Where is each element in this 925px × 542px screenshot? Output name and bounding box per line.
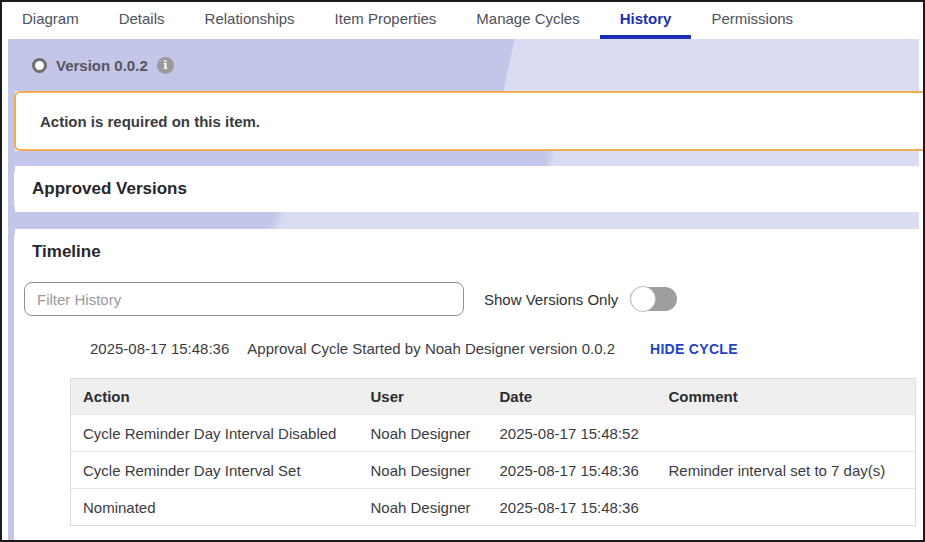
cell-date: 2025-08-17 15:48:52 bbox=[488, 415, 657, 452]
table-row: Cycle Reminder Day Interval Disabled Noa… bbox=[71, 415, 916, 452]
cell-action: Cycle Reminder Day Interval Disabled bbox=[71, 415, 359, 452]
info-icon[interactable]: i bbox=[157, 57, 174, 74]
cell-user: Noah Designer bbox=[359, 452, 488, 489]
cell-action: Cycle Reminder Day Interval Set bbox=[71, 452, 359, 489]
alert-message: Action is required on this item. bbox=[40, 113, 260, 130]
tab-manage-cycles[interactable]: Manage Cycles bbox=[456, 2, 599, 39]
table-header-row: Action User Date Comment bbox=[71, 379, 916, 415]
background-band bbox=[8, 212, 919, 229]
tab-bar: Diagram Details Relationships Item Prope… bbox=[2, 2, 923, 39]
background-swoosh bbox=[502, 39, 919, 91]
toggle-knob-icon bbox=[630, 286, 656, 312]
tab-permissions[interactable]: Permissions bbox=[691, 2, 813, 39]
cell-action: Nominated bbox=[71, 489, 359, 526]
hide-cycle-link[interactable]: HIDE CYCLE bbox=[650, 341, 738, 357]
tab-relationships[interactable]: Relationships bbox=[185, 2, 315, 39]
version-bar: Version 0.0.2 i bbox=[8, 39, 919, 91]
background-band bbox=[8, 151, 919, 166]
timeline-filter-row: Show Versions Only bbox=[24, 282, 923, 316]
version-label: Version 0.0.2 bbox=[56, 57, 148, 74]
cell-comment bbox=[657, 489, 916, 526]
app-window: Diagram Details Relationships Item Prope… bbox=[0, 0, 925, 542]
tab-history[interactable]: History bbox=[600, 2, 692, 39]
timeline-section: Timeline Show Versions Only 2025-08-17 1… bbox=[14, 229, 923, 540]
cell-user: Noah Designer bbox=[359, 489, 488, 526]
action-required-alert: Action is required on this item. bbox=[14, 91, 923, 151]
table-row: Cycle Reminder Day Interval Set Noah Des… bbox=[71, 452, 916, 489]
cycle-entry-description: Approval Cycle Started by Noah Designer … bbox=[247, 340, 615, 357]
filter-history-input[interactable] bbox=[24, 282, 464, 316]
approved-versions-title: Approved Versions bbox=[32, 179, 187, 199]
history-table: Action User Date Comment Cycle Reminder … bbox=[70, 378, 916, 526]
column-header-comment: Comment bbox=[657, 379, 916, 415]
cycle-entry-row: 2025-08-17 15:48:36 Approval Cycle Start… bbox=[90, 340, 923, 357]
cell-date: 2025-08-17 15:48:36 bbox=[488, 489, 657, 526]
tab-details[interactable]: Details bbox=[99, 2, 185, 39]
cell-user: Noah Designer bbox=[359, 415, 488, 452]
column-header-action: Action bbox=[71, 379, 359, 415]
cell-comment bbox=[657, 415, 916, 452]
column-header-date: Date bbox=[488, 379, 657, 415]
tab-item-properties[interactable]: Item Properties bbox=[315, 2, 457, 39]
show-versions-only-toggle[interactable] bbox=[630, 287, 677, 311]
tab-diagram[interactable]: Diagram bbox=[2, 2, 99, 39]
table-row: Nominated Noah Designer 2025-08-17 15:48… bbox=[71, 489, 916, 526]
cell-comment: Reminder interval set to 7 day(s) bbox=[657, 452, 916, 489]
history-panel: Version 0.0.2 i Action is required on th… bbox=[2, 39, 923, 540]
timeline-title: Timeline bbox=[32, 242, 923, 262]
column-header-user: User bbox=[359, 379, 488, 415]
cell-date: 2025-08-17 15:48:36 bbox=[488, 452, 657, 489]
version-radio[interactable] bbox=[32, 58, 47, 73]
show-versions-only-label: Show Versions Only bbox=[484, 291, 618, 308]
cycle-entry-timestamp: 2025-08-17 15:48:36 bbox=[90, 340, 229, 357]
approved-versions-section[interactable]: Approved Versions bbox=[14, 166, 923, 212]
